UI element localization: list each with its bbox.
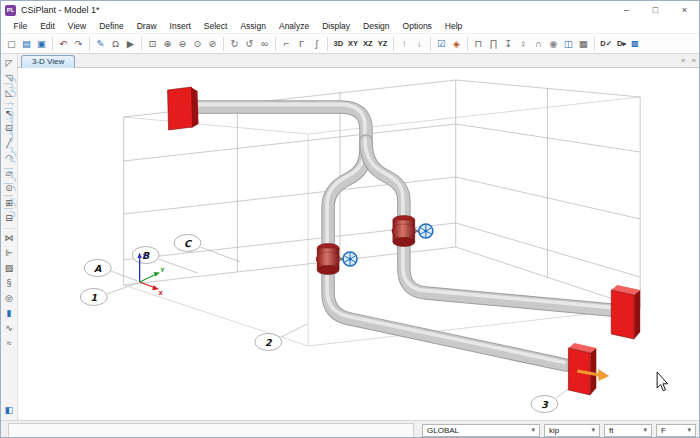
insert-flange-icon[interactable]: ⊩ (2, 246, 17, 261)
pipe-shape-b-icon[interactable]: ≈ (2, 336, 17, 351)
design-steel-icon[interactable]: D▸ (615, 36, 629, 52)
display-options-icon[interactable]: ◈ (449, 36, 464, 52)
draw-pencil-icon[interactable]: ✎ (93, 36, 108, 52)
grid-bubble-3[interactable]: 3 (531, 396, 558, 413)
draw-region-icon[interactable]: ▱ (2, 166, 17, 181)
insert-damper-icon[interactable]: ◎ (2, 291, 17, 306)
perspective-toggle-icon[interactable]: ↺ (242, 36, 257, 52)
insert-elbow-icon[interactable]: Γ (294, 36, 309, 52)
down-gridline-icon[interactable]: ↓ (412, 36, 427, 52)
menu-help[interactable]: Help (438, 21, 468, 31)
pipe-shape-a-icon[interactable]: ∿ (2, 321, 17, 336)
anchor-right-mid[interactable] (611, 285, 640, 339)
zoom-in-icon[interactable]: ⊕ (160, 36, 175, 52)
support-bracket-icon[interactable]: ∩ (531, 36, 546, 52)
toolbar-separator (430, 37, 431, 51)
close-button[interactable]: × (670, 1, 699, 19)
pointer-select-icon[interactable]: ↖ (2, 106, 17, 121)
menu-design[interactable]: Design (357, 21, 396, 31)
menu-display[interactable]: Display (316, 21, 357, 31)
axis-z-label: Z (143, 253, 147, 259)
view-glasses-icon[interactable]: ∞ (257, 36, 272, 52)
menu-define[interactable]: Define (93, 21, 131, 31)
force-unit-select[interactable]: kip▾ (544, 424, 600, 437)
view-xz-button[interactable]: XZ (361, 36, 376, 52)
run-analysis-icon[interactable]: ▶ (123, 36, 138, 52)
view-xy-button[interactable]: XY (346, 36, 361, 52)
grid-bubble-1[interactable]: 1 (80, 289, 107, 306)
insert-valve-icon[interactable]: ⋈ (2, 231, 17, 246)
menu-edit[interactable]: Edit (34, 21, 62, 31)
undo-icon[interactable]: ↶ (56, 36, 71, 52)
draw-arc-icon[interactable]: ◠ (2, 151, 17, 166)
menu-view[interactable]: View (61, 21, 92, 31)
restraint-assign-icon[interactable]: ♀ (516, 36, 531, 52)
grid-bubble-2[interactable]: 2 (255, 334, 282, 351)
status-bar: GLOBAL▾ kip▾ ft▾ F▾ (1, 420, 699, 438)
insert-bend-icon[interactable]: ∫ (309, 36, 324, 52)
select-all-icon[interactable]: ◸ (2, 56, 17, 71)
snap-options-icon[interactable]: ◧ (2, 403, 17, 418)
report-icon[interactable]: ▥ (629, 36, 641, 52)
snap-point-icon[interactable]: ⊙ (2, 181, 17, 196)
rotate-3d-view-icon[interactable]: ↻ (227, 36, 242, 52)
snap-mid-icon[interactable]: ⊟ (2, 211, 17, 226)
draw-frame-icon[interactable]: ⊓ (471, 36, 486, 52)
maximize-button[interactable]: □ (641, 1, 670, 19)
app-window: PL CSiPlant - Model 1* – □ × FileEditVie… (0, 0, 700, 438)
zoom-out-icon[interactable]: ⊖ (175, 36, 190, 52)
app-icon: PL (5, 5, 16, 16)
save-model-icon[interactable]: ▣ (34, 36, 49, 52)
pipe-run-main[interactable] (186, 104, 566, 365)
design-check-icon[interactable]: D✓ (598, 36, 615, 52)
up-gridline-icon[interactable]: ↑ (397, 36, 412, 52)
tab-scroll-left-icon[interactable]: « (678, 54, 688, 67)
menu-analyze[interactable]: Analyze (272, 21, 315, 31)
minimize-button[interactable]: – (612, 1, 641, 19)
zoom-previous-icon[interactable]: ⊘ (205, 36, 220, 52)
redo-icon[interactable]: ↷ (71, 36, 86, 52)
view-3d-button[interactable]: 3D (331, 36, 346, 52)
grid-bubble-a[interactable]: A (84, 260, 111, 277)
point-load-icon[interactable]: ↧ (501, 36, 516, 52)
frame-corner-icon[interactable]: ⌐ (279, 36, 294, 52)
show-tables-icon[interactable]: ▦ (576, 36, 591, 52)
select-poly-icon[interactable]: ◺ (2, 86, 17, 101)
reshape-icon[interactable]: ⊡ (2, 121, 17, 136)
zoom-window-icon[interactable]: ⊡ (145, 36, 160, 52)
open-model-icon[interactable]: ▤ (19, 36, 34, 52)
menu-select[interactable]: Select (197, 21, 234, 31)
valve-1[interactable] (316, 244, 357, 275)
coordinate-system-select[interactable]: GLOBAL▾ (422, 424, 540, 437)
anchor-top-left[interactable] (168, 87, 199, 130)
menu-draw[interactable]: Draw (130, 21, 163, 31)
grid-bubble-c[interactable]: C (174, 235, 201, 252)
zoom-full-icon[interactable]: ⊙ (190, 36, 205, 52)
insert-spring-icon[interactable]: § (2, 276, 17, 291)
new-model-icon[interactable]: ▢ (4, 36, 19, 52)
toolbar-separator (52, 37, 53, 51)
lock-model-icon[interactable]: Ω (108, 36, 123, 52)
draw-line-icon[interactable]: ╱ (2, 136, 17, 151)
anchor-bottom-right[interactable] (568, 343, 609, 395)
tab-3d-view[interactable]: 3-D View (21, 55, 75, 68)
object-options-checkbox-icon[interactable]: ☑ (434, 36, 449, 52)
mass-sphere-icon[interactable]: ◉ (546, 36, 561, 52)
valve-2[interactable] (392, 216, 433, 247)
viewport-3d[interactable]: A B C 1 2 3 (18, 68, 699, 420)
temperature-unit-select[interactable]: F▾ (656, 424, 696, 437)
menu-options[interactable]: Options (396, 21, 438, 31)
draw-brace-icon[interactable]: ∏ (486, 36, 501, 52)
insert-insulation-icon[interactable]: ▮ (2, 306, 17, 321)
length-unit-select[interactable]: ft▾ (604, 424, 652, 437)
menu-assign[interactable]: Assign (234, 21, 273, 31)
menu-file[interactable]: File (7, 21, 34, 31)
select-intersect-icon[interactable]: ◹ (2, 71, 17, 86)
menu-insert[interactable]: Insert (163, 21, 197, 31)
view-yz-button[interactable]: YZ (375, 36, 390, 52)
snap-end-icon[interactable]: ⊞ (2, 196, 17, 211)
connector-icon[interactable]: ◫ (561, 36, 576, 52)
insert-support-icon[interactable]: ▨ (2, 261, 17, 276)
toolbar-separator (275, 37, 276, 51)
tab-scroll-right-icon[interactable]: » (689, 54, 699, 67)
